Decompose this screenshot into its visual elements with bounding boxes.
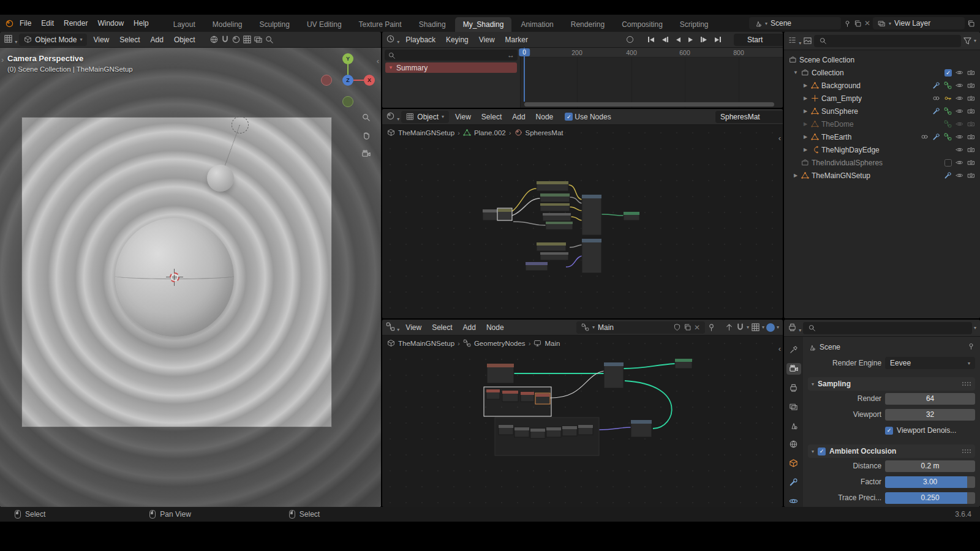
geometry-nodes-icon[interactable] — [944, 120, 952, 128]
node[interactable] — [578, 425, 593, 435]
eye-icon[interactable] — [956, 81, 963, 89]
node-selected[interactable] — [497, 208, 512, 220]
camera-icon[interactable] — [967, 94, 975, 102]
ao-panel-header[interactable]: ▾ ✓ Ambient Occlusion — [808, 444, 975, 458]
camera-icon[interactable] — [967, 69, 975, 77]
menu-render[interactable]: Render — [59, 17, 92, 29]
outliner-row-thenighdayedge[interactable]: ▶ TheNighDayEdge — [784, 143, 980, 156]
workspace-tab-texture-paint[interactable]: Texture Paint — [351, 17, 410, 32]
node[interactable] — [582, 239, 601, 273]
shader-type-dropdown[interactable]: Object ▾ — [401, 111, 449, 123]
node-group-selector[interactable]: ▾ Main ✕ — [576, 321, 705, 334]
animation-key-icon[interactable] — [944, 94, 952, 102]
jump-to-start-button[interactable] — [645, 35, 657, 44]
navigation-gizmo[interactable]: Y Z X — [321, 53, 377, 109]
node[interactable] — [514, 427, 529, 437]
sampling-panel-header[interactable]: ▾ Sampling — [808, 377, 975, 391]
node-active[interactable] — [535, 393, 550, 404]
node[interactable] — [537, 181, 568, 191]
workspace-tab-shading[interactable]: Shading — [411, 17, 454, 32]
gizmo-y-axis[interactable]: Y — [342, 53, 353, 64]
ao-distance-field[interactable]: 0.2 m — [885, 460, 975, 472]
next-keyframe-button[interactable] — [698, 35, 710, 44]
outliner-row-background[interactable]: ▶ Background — [784, 79, 980, 92]
unlink-icon[interactable]: ✕ — [864, 19, 870, 28]
outliner-row-sunsphere[interactable]: ▶ SunSphere — [784, 105, 980, 118]
play-reverse-button[interactable] — [673, 36, 684, 44]
shading-mode-icon[interactable] — [243, 35, 252, 44]
node[interactable] — [562, 426, 577, 436]
disclosure-icon[interactable]: ▶ — [802, 134, 809, 140]
node[interactable] — [483, 209, 499, 220]
eye-icon[interactable] — [956, 107, 963, 115]
workspace-tab-compositing[interactable]: Compositing — [614, 17, 671, 32]
viewport-canvas[interactable]: Camera Perspective (0) Scene Collection … — [0, 48, 381, 507]
tab-scene[interactable] — [786, 420, 801, 432]
pan-hand-icon[interactable] — [361, 131, 371, 140]
menu-view[interactable]: View — [401, 321, 426, 334]
menu-select[interactable]: Select — [477, 111, 506, 123]
proportional-edit-icon[interactable] — [232, 35, 241, 44]
modifier-wrench-icon[interactable] — [944, 171, 952, 179]
node[interactable] — [675, 359, 692, 369]
editor-type-viewport[interactable]: ▾ — [4, 34, 17, 45]
camera-icon[interactable] — [967, 159, 975, 167]
outliner-row-thedome[interactable]: ▶ TheDome — [784, 118, 980, 130]
menu-object[interactable]: Object — [170, 34, 200, 46]
node[interactable] — [540, 252, 568, 260]
gizmo-neg-x-axis[interactable] — [321, 75, 332, 86]
new-scene-icon[interactable] — [854, 20, 862, 28]
node[interactable] — [631, 420, 652, 437]
node[interactable] — [546, 427, 561, 437]
menu-select[interactable]: Select — [428, 321, 456, 334]
camera-icon[interactable] — [967, 81, 975, 89]
eye-icon[interactable] — [956, 69, 963, 77]
copy-icon[interactable] — [684, 323, 692, 331]
tab-render[interactable] — [786, 363, 801, 375]
menu-node[interactable]: Node — [532, 111, 558, 123]
jump-to-end-button[interactable] — [712, 35, 724, 44]
material-name-field[interactable]: SpheresMat — [715, 111, 783, 123]
tab-modifiers[interactable] — [786, 476, 801, 488]
unlink-icon[interactable]: ✕ — [694, 323, 700, 332]
outliner-row-scene-collection[interactable]: Scene Collection — [784, 53, 980, 66]
pin-icon[interactable] — [843, 20, 851, 28]
menu-window[interactable]: Window — [93, 17, 128, 29]
menu-add[interactable]: Add — [146, 34, 168, 46]
collapse-icon[interactable]: ▾ — [812, 449, 814, 454]
menu-file[interactable]: File — [15, 17, 36, 29]
timeline-ruler[interactable]: 200 400 600 800 — [521, 48, 783, 58]
disclosure-icon[interactable]: ▼ — [388, 65, 393, 70]
editor-type-geometry-nodes[interactable]: ▾ — [386, 322, 399, 333]
properties-search-input[interactable] — [803, 322, 972, 334]
collection-checkbox[interactable]: ✓ — [944, 69, 952, 77]
start-frame-field[interactable]: Start — [742, 34, 783, 46]
view-layer-selector[interactable]: ▾ View Layer — [873, 17, 965, 29]
node[interactable] — [582, 195, 601, 235]
outliner-search-input[interactable] — [814, 35, 961, 47]
geometry-nodes-icon[interactable] — [944, 81, 952, 89]
node[interactable] — [487, 364, 514, 383]
menu-add[interactable]: Add — [508, 111, 529, 123]
menu-edit[interactable]: Edit — [37, 17, 58, 29]
node[interactable] — [540, 193, 570, 202]
panel-grip-icon[interactable] — [962, 381, 971, 387]
camera-icon[interactable] — [967, 107, 975, 115]
mode-dropdown[interactable]: Object Mode ▾ — [19, 34, 87, 46]
pin-icon[interactable] — [707, 323, 716, 332]
tab-object[interactable] — [786, 457, 801, 469]
ao-trace-field[interactable]: 0.250 — [885, 492, 975, 504]
disclosure-icon[interactable]: ▶ — [802, 147, 809, 152]
eye-icon[interactable] — [956, 120, 963, 128]
constraint-icon[interactable] — [932, 94, 940, 102]
node[interactable] — [530, 429, 545, 438]
tab-output[interactable] — [786, 382, 801, 394]
tab-tool[interactable] — [786, 344, 801, 356]
camera-icon[interactable] — [967, 171, 975, 179]
eye-icon[interactable] — [956, 146, 963, 154]
expand-channels-icon[interactable]: ↔ — [507, 51, 514, 59]
sidebar-toggle-icon[interactable]: ‹ — [778, 133, 781, 143]
editor-type-outliner[interactable]: ▾ — [788, 36, 801, 47]
node[interactable] — [526, 262, 548, 271]
node[interactable] — [499, 425, 513, 435]
